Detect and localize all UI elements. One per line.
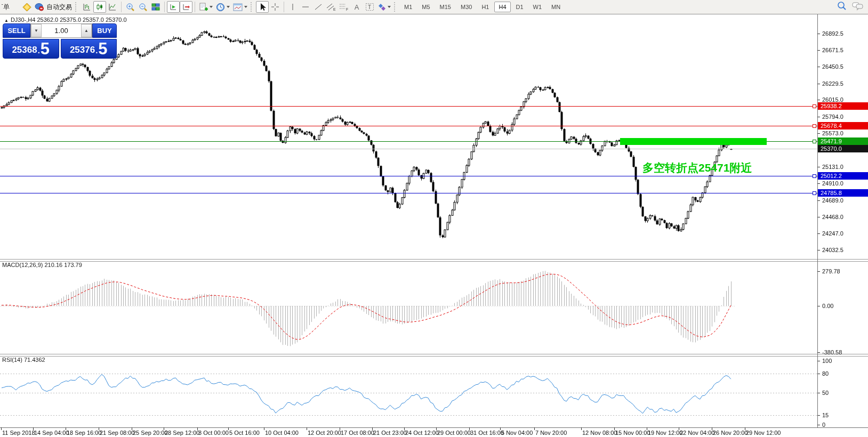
templates-button[interactable] <box>231 1 249 13</box>
buy-price-frac: 5 <box>98 41 107 57</box>
timeframe-H1[interactable]: H1 <box>477 2 493 12</box>
sell-price-dot: . <box>38 44 40 57</box>
time-axis-label: 3 Oct 00:00 <box>198 430 229 436</box>
horizontal-level-line[interactable] <box>0 126 817 126</box>
time-axis-border <box>0 427 868 428</box>
horizontal-line-tool[interactable] <box>299 1 312 13</box>
text-label-icon: T <box>365 3 374 11</box>
horizontal-level-line[interactable] <box>0 176 817 176</box>
line-chart-button[interactable] <box>106 1 119 13</box>
svg-text:T: T <box>368 4 371 10</box>
timeframe-D1[interactable]: D1 <box>512 2 528 12</box>
periods-button[interactable] <box>214 1 231 13</box>
arrows-tool[interactable] <box>376 1 392 13</box>
time-tick <box>264 427 264 430</box>
timeframe-W1[interactable]: W1 <box>529 2 546 12</box>
time-axis-label: 31 Oct 16:00 <box>470 430 504 436</box>
rsi-indicator-canvas[interactable] <box>0 356 817 427</box>
main-macd-splitter[interactable] <box>0 259 868 262</box>
bar-chart-button[interactable] <box>81 1 93 13</box>
price-tick <box>817 67 820 67</box>
price-axis-label: 26450.5 <box>822 63 843 70</box>
candlestick-chart-icon <box>95 3 104 11</box>
rsi-axis-label: 0 <box>822 422 825 428</box>
time-tick <box>581 427 582 430</box>
collapse-triangle-icon[interactable]: ▲ <box>4 18 9 23</box>
autotrading-label: 自动交易 <box>46 3 72 12</box>
highlight-rectangle[interactable] <box>620 138 767 145</box>
chat-icon[interactable] <box>852 2 864 11</box>
toolbar-grip <box>75 2 79 12</box>
toolbar-grip <box>394 2 398 12</box>
new-order-button[interactable]: 订单 <box>0 1 20 13</box>
fibonacci-tool[interactable]: F <box>337 1 350 13</box>
sell-button[interactable]: SELL <box>3 23 30 38</box>
zoom-in-button[interactable] <box>124 1 136 13</box>
macd-rsi-splitter[interactable] <box>0 354 868 357</box>
timeframe-M30[interactable]: M30 <box>456 2 476 12</box>
macd-indicator-canvas[interactable] <box>0 261 817 354</box>
volume-spinner: ▼ 1.00 ▲ <box>30 23 92 38</box>
toolbar-separator <box>164 2 165 12</box>
tile-windows-button[interactable] <box>149 1 162 13</box>
crosshair-button[interactable] <box>269 1 282 13</box>
price-axis-label: 25131.0 <box>822 164 843 170</box>
vertical-line-tool[interactable] <box>286 1 299 13</box>
auto-scroll-button[interactable] <box>167 1 180 13</box>
volume-value[interactable]: 1.00 <box>42 27 81 35</box>
time-tick <box>1 427 2 430</box>
autotrading-button[interactable]: 自动交易 <box>33 1 74 13</box>
toolbar: 订单 自动交易 <box>0 0 868 14</box>
zoom-out-button[interactable] <box>136 1 149 13</box>
line-end-marker <box>813 124 816 128</box>
chart-annotation-text[interactable]: 多空转折点25471附近 <box>642 160 752 175</box>
chart-shift-button[interactable] <box>180 1 192 13</box>
macd-tick <box>817 271 820 272</box>
text-label-tool[interactable]: T <box>363 1 376 13</box>
trendline-tool[interactable] <box>312 1 325 13</box>
time-tick <box>164 427 164 430</box>
time-axis-label: 19 Nov 12:00 <box>648 430 682 436</box>
horizontal-level-line[interactable] <box>0 106 817 107</box>
rsi-axis-label: 50 <box>822 390 829 396</box>
buy-price-button[interactable]: 25376.5 <box>61 39 117 59</box>
level-price-tag: 24785.8 <box>818 189 868 197</box>
equidistant-channel-icon: E <box>326 3 336 11</box>
horizontal-level-line[interactable] <box>0 193 817 193</box>
timeframe-H4[interactable]: H4 <box>494 2 510 12</box>
buy-price-int: 25376 <box>70 43 95 57</box>
volume-decrease-button[interactable]: ▼ <box>31 24 42 37</box>
sell-price-int: 25368 <box>12 43 37 57</box>
gold-icon-button[interactable] <box>20 1 33 13</box>
price-axis-label: 24689.0 <box>822 197 843 204</box>
level-price-tag: 25938.2 <box>818 102 868 110</box>
timeframe-MN[interactable]: MN <box>547 2 565 12</box>
line-end-marker <box>813 104 816 108</box>
price-tick <box>817 84 820 84</box>
time-tick <box>745 427 745 430</box>
vertical-line-icon <box>289 3 296 11</box>
time-tick <box>340 427 340 430</box>
text-tool[interactable]: A <box>350 1 363 13</box>
line-chart-icon <box>108 3 117 11</box>
sell-label: SELL <box>7 27 25 35</box>
equidistant-channel-tool[interactable]: E <box>325 1 337 13</box>
cursor-button[interactable] <box>256 1 269 13</box>
price-tick <box>817 34 820 34</box>
gold-icon <box>22 3 31 12</box>
macd-axis-label: 279.78 <box>822 268 840 274</box>
line-end-marker <box>813 191 816 195</box>
volume-increase-button[interactable]: ▲ <box>81 24 92 37</box>
main-chart-canvas[interactable] <box>0 14 817 260</box>
buy-button[interactable]: BUY <box>92 23 117 38</box>
sell-price-button[interactable]: 25368.5 <box>3 39 59 59</box>
timeframe-M1[interactable]: M1 <box>400 2 416 12</box>
timeframe-M15[interactable]: M15 <box>436 2 455 12</box>
macd-axis-label: -380.58 <box>822 349 842 355</box>
candlestick-chart-button[interactable] <box>93 1 106 13</box>
timeframe-M5[interactable]: M5 <box>417 2 434 12</box>
time-axis-label: 18 Sep 16:00 <box>67 430 101 436</box>
time-tick <box>614 427 615 430</box>
search-icon[interactable] <box>837 1 847 11</box>
indicators-button[interactable] <box>197 1 214 13</box>
